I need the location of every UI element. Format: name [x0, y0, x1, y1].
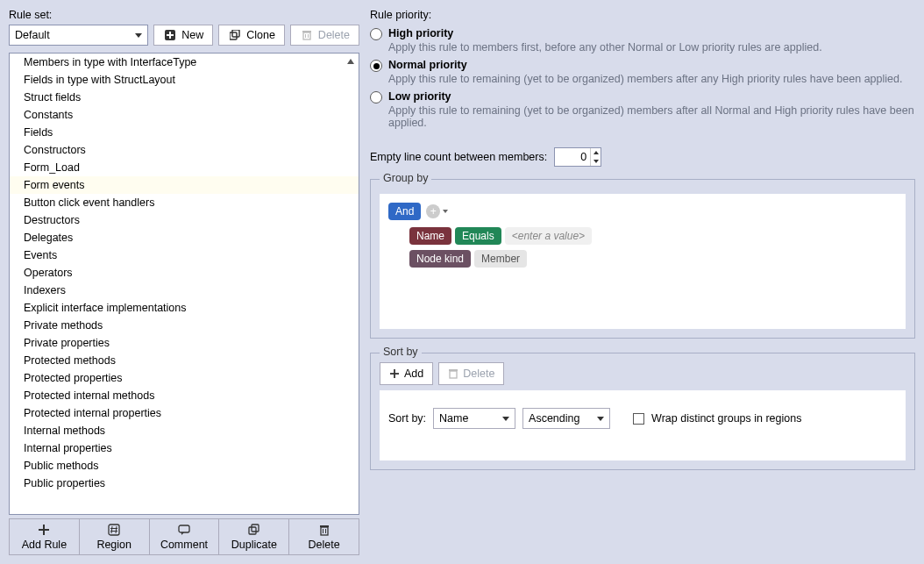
add-sort-button[interactable]: Add — [380, 362, 433, 385]
delete-button[interactable]: Delete — [289, 519, 359, 554]
wrap-label: Wrap distinct groups in regions — [651, 412, 801, 425]
high-desc: Apply this rule to members first, before… — [388, 41, 822, 54]
svg-rect-12 — [109, 525, 119, 535]
radio-normal[interactable] — [370, 60, 382, 72]
spin-up-icon[interactable] — [590, 148, 601, 157]
svg-rect-20 — [252, 525, 259, 532]
list-item[interactable]: Internal properties — [10, 439, 359, 457]
list-item[interactable]: Struct fields — [10, 89, 359, 106]
comment-icon — [177, 523, 191, 537]
svg-line-13 — [111, 526, 112, 533]
list-item[interactable]: Form events — [10, 176, 359, 194]
normal-desc: Apply this rule to remaining (yet to be … — [388, 73, 902, 85]
duplicate-icon — [247, 523, 261, 537]
delete-ruleset-button[interactable]: Delete — [290, 25, 359, 46]
plus-icon — [37, 523, 51, 537]
svg-rect-17 — [179, 525, 189, 532]
ruleset-value: Default — [15, 29, 50, 41]
priority-label: Rule priority: — [370, 9, 915, 21]
clone-icon — [228, 28, 242, 42]
list-item[interactable]: Destructors — [10, 211, 359, 229]
tag-member[interactable]: Member — [474, 250, 527, 268]
list-item[interactable]: Indexers — [10, 282, 359, 299]
svg-rect-5 — [303, 32, 310, 39]
tag-value-input[interactable]: <enter a value> — [505, 227, 592, 245]
chevron-down-icon — [135, 33, 142, 38]
delete-sort-button[interactable]: Delete — [438, 362, 504, 385]
sortby-title: Sort by — [380, 346, 422, 358]
list-item[interactable]: Constructors — [10, 141, 359, 159]
clone-ruleset-button[interactable]: Clone — [218, 25, 285, 46]
empty-line-label: Empty line count between members: — [370, 151, 547, 163]
list-item[interactable]: Members in type with InterfaceType — [10, 54, 359, 71]
list-item[interactable]: Operators — [10, 264, 359, 282]
list-item[interactable]: Internal methods — [10, 422, 359, 439]
svg-rect-19 — [249, 527, 256, 534]
hash-icon — [107, 523, 121, 537]
trash-icon — [448, 368, 458, 379]
svg-rect-6 — [302, 31, 311, 32]
sortby-label: Sort by: — [388, 412, 426, 425]
tag-name[interactable]: Name — [409, 227, 451, 245]
sortby-section: Sort by Add Delete Sort by: Name — [370, 353, 915, 470]
radio-high[interactable] — [370, 28, 382, 40]
spin-down-icon[interactable] — [590, 157, 601, 166]
svg-rect-22 — [320, 525, 329, 527]
svg-rect-3 — [230, 32, 237, 39]
list-item[interactable]: Public properties — [10, 475, 359, 492]
list-item[interactable]: Button click event handlers — [10, 194, 359, 211]
list-item[interactable]: Protected internal methods — [10, 387, 359, 404]
groupby-title: Group by — [380, 172, 431, 184]
sortby-field-dropdown[interactable]: Name — [433, 408, 515, 429]
list-item[interactable]: Protected properties — [10, 369, 359, 387]
list-item[interactable]: Protected methods — [10, 352, 359, 369]
chevron-down-icon — [502, 417, 509, 421]
trash-icon — [300, 28, 314, 42]
list-item[interactable]: Explicit interface implementations — [10, 299, 359, 317]
low-desc: Apply this rule to remaining (yet to be … — [388, 104, 915, 129]
svg-rect-27 — [450, 371, 457, 378]
empty-line-stepper[interactable]: 0 — [554, 147, 601, 167]
svg-line-14 — [116, 526, 117, 533]
normal-title: Normal priority — [388, 59, 467, 71]
svg-rect-21 — [321, 527, 328, 535]
list-item[interactable]: Public methods — [10, 457, 359, 475]
tag-nodekind[interactable]: Node kind — [409, 250, 471, 268]
ruleset-label: Rule set: — [9, 9, 359, 21]
dropdown-caret-icon[interactable] — [443, 210, 448, 213]
new-ruleset-button[interactable]: New — [153, 25, 213, 46]
svg-rect-2 — [167, 34, 174, 36]
add-condition-icon[interactable]: + — [426, 204, 440, 218]
list-item[interactable]: Private properties — [10, 334, 359, 352]
trash-icon — [317, 523, 331, 537]
region-button[interactable]: Region — [80, 519, 150, 554]
list-item[interactable]: Form_Load — [10, 159, 359, 176]
wrap-checkbox[interactable] — [633, 413, 644, 425]
tag-and[interactable]: And — [388, 203, 421, 220]
chevron-down-icon — [597, 417, 604, 421]
plus-box-icon — [163, 28, 177, 42]
tag-equals[interactable]: Equals — [455, 227, 501, 245]
svg-marker-9 — [347, 59, 354, 64]
svg-rect-28 — [449, 369, 458, 371]
scroll-up-icon[interactable] — [345, 55, 357, 68]
ruleset-dropdown[interactable]: Default — [9, 25, 148, 46]
list-item[interactable]: Fields — [10, 124, 359, 141]
comment-button[interactable]: Comment — [150, 519, 220, 554]
radio-low[interactable] — [370, 91, 382, 104]
rule-list[interactable]: Members in type with InterfaceTypeFields… — [9, 53, 359, 515]
list-item[interactable]: Fields in type with StructLayout — [10, 71, 359, 89]
list-item[interactable]: Constants — [10, 106, 359, 124]
low-title: Low priority — [388, 90, 451, 103]
duplicate-button[interactable]: Duplicate — [219, 519, 289, 554]
high-title: High priority — [388, 27, 453, 39]
bottom-toolbar: Add Rule Region Comment Duplicate Delete — [9, 518, 359, 555]
add-rule-button[interactable]: Add Rule — [10, 519, 80, 554]
svg-rect-4 — [232, 30, 239, 37]
list-item[interactable]: Private methods — [10, 317, 359, 334]
list-item[interactable]: Delegates — [10, 229, 359, 246]
list-item[interactable]: Protected internal properties — [10, 404, 359, 422]
list-item[interactable]: Events — [10, 246, 359, 264]
sortby-dir-dropdown[interactable]: Ascending — [522, 408, 610, 429]
groupby-section: Group by And + Name Equals <enter a valu… — [370, 179, 915, 339]
